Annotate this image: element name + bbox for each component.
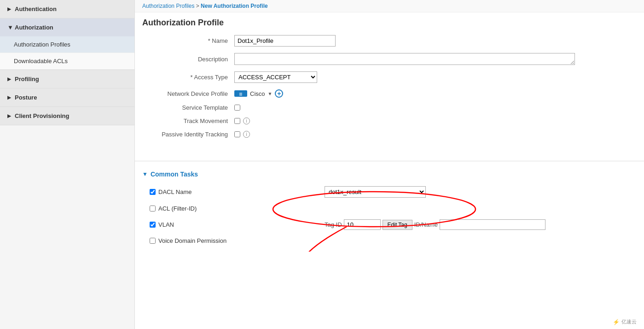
network-device-dropdown-arrow[interactable]: ▼ <box>268 91 273 96</box>
client-provisioning-label: Client Provisioning <box>15 112 69 119</box>
name-input[interactable] <box>234 35 336 47</box>
sidebar-item-authentication[interactable]: ▶ Authentication <box>0 0 134 18</box>
common-tasks-title: Common Tasks <box>151 170 198 178</box>
authorization-profiles-label: Authorization Profiles <box>14 41 70 48</box>
brand-icon: ⚡ <box>613 319 620 325</box>
access-type-label: * Access Type <box>142 74 234 81</box>
client-provisioning-arrow: ▶ <box>7 113 11 118</box>
name-label: * Name <box>142 37 234 44</box>
track-movement-label: Track Movement <box>142 118 234 124</box>
voice-domain-label-area: Voice Domain Permission <box>150 237 232 244</box>
vlan-checkbox[interactable] <box>150 222 156 228</box>
passive-identity-checkbox-row: i <box>234 131 250 138</box>
vlan-label: VLAN <box>158 221 174 228</box>
service-template-checkbox[interactable] <box>234 105 240 111</box>
main-content-wrapper: Authorization Profiles > New Authorizati… <box>135 0 644 329</box>
dacl-control: dot1x_result <box>325 186 426 198</box>
form-row-passive-identity: Passive Identity Tracking i <box>142 131 637 138</box>
posture-label: Posture <box>15 94 37 101</box>
dacl-label-area: DACL Name <box>150 188 232 195</box>
common-tasks-arrow[interactable]: ▼ <box>142 171 148 177</box>
authentication-arrow: ▶ <box>7 6 11 12</box>
voice-domain-label: Voice Domain Permission <box>158 237 226 244</box>
breadcrumb: Authorization Profiles > New Authorizati… <box>135 0 644 12</box>
vlan-control: Tag ID Edit Tag ID/Name <box>325 219 545 230</box>
acl-label: ACL (Filter-ID) <box>158 205 197 212</box>
sidebar-item-posture[interactable]: ▶ Posture <box>0 88 134 106</box>
access-type-select[interactable]: ACCESS_ACCEPT ACCESS_REJECT <box>234 71 317 83</box>
idname-label: ID/Name <box>414 221 438 228</box>
track-movement-info-icon[interactable]: i <box>243 118 250 124</box>
sidebar-item-authorization[interactable]: ▼ Authorization <box>0 18 134 36</box>
sidebar-section-client-provisioning: ▶ Client Provisioning <box>0 107 134 125</box>
form-area: * Name Description * Access Type ACCESS_… <box>135 35 644 152</box>
sidebar-section-profiling: ▶ Profiling <box>0 70 134 88</box>
form-row-track-movement: Track Movement i <box>142 118 637 124</box>
form-row-network-device: Network Device Profile ||| Cisco ▼ + <box>142 89 637 98</box>
sidebar-item-downloadable-acls[interactable]: Downloadable ACLs <box>0 53 134 70</box>
posture-arrow: ▶ <box>7 95 11 100</box>
vlan-label-area: VLAN <box>150 221 232 228</box>
sidebar-item-authorization-profiles[interactable]: Authorization Profiles <box>0 36 134 53</box>
passive-identity-info-icon[interactable]: i <box>243 131 250 138</box>
form-row-description: Description <box>142 53 637 65</box>
description-label: Description <box>142 56 234 63</box>
passive-identity-label: Passive Identity Tracking <box>142 131 234 138</box>
sidebar-section-posture: ▶ Posture <box>0 88 134 107</box>
sidebar-section-authentication: ▶ Authentication <box>0 0 134 18</box>
sidebar-item-client-provisioning[interactable]: ▶ Client Provisioning <box>0 107 134 125</box>
breadcrumb-link[interactable]: Authorization Profiles <box>142 3 194 9</box>
tag-id-label: Tag ID <box>325 221 342 228</box>
voice-domain-checkbox[interactable] <box>150 238 156 244</box>
form-row-service-template: Service Template <box>142 104 637 111</box>
sidebar: ▶ Authentication ▼ Authorization Authori… <box>0 0 135 329</box>
idname-input[interactable] <box>440 219 545 230</box>
dacl-checkbox[interactable] <box>150 189 156 195</box>
profiling-arrow: ▶ <box>7 76 11 82</box>
acl-checkbox[interactable] <box>150 206 156 212</box>
footer-brand: ⚡ 亿速云 <box>613 318 637 325</box>
network-device-profile: ||| Cisco ▼ + <box>234 89 283 98</box>
form-row-access-type: * Access Type ACCESS_ACCEPT ACCESS_REJEC… <box>142 71 637 83</box>
main-content: Authorization Profiles > New Authorizati… <box>135 0 644 252</box>
brand-text: 亿速云 <box>621 318 637 325</box>
breadcrumb-current: New Authorization Profile <box>201 3 268 9</box>
authorization-label: ▼ Authorization <box>7 24 53 31</box>
tag-id-input[interactable] <box>344 219 381 230</box>
service-template-checkbox-row <box>234 105 240 111</box>
track-movement-checkbox-row: i <box>234 118 250 124</box>
sidebar-item-profiling[interactable]: ▶ Profiling <box>0 70 134 88</box>
edit-tag-button[interactable]: Edit Tag <box>383 220 412 230</box>
section-divider <box>135 161 644 161</box>
task-row-voice-domain: Voice Domain Permission <box>150 237 629 244</box>
passive-identity-checkbox[interactable] <box>234 131 240 137</box>
task-row-vlan: VLAN Tag ID Edit Tag ID/Name <box>150 219 629 230</box>
network-device-add-button[interactable]: + <box>275 89 283 98</box>
task-row-acl: ACL (Filter-ID) <box>150 205 629 212</box>
common-tasks-header: ▼ Common Tasks <box>135 170 644 178</box>
task-row-dacl: DACL Name dot1x_result <box>150 186 629 198</box>
track-movement-checkbox[interactable] <box>234 118 240 124</box>
tasks-area: DACL Name dot1x_result ACL (Filter-ID) <box>142 186 637 244</box>
acl-label-area: ACL (Filter-ID) <box>150 205 232 212</box>
service-template-label: Service Template <box>142 104 234 111</box>
profiling-label: Profiling <box>15 76 39 82</box>
cisco-icon: ||| <box>234 90 247 97</box>
dacl-select[interactable]: dot1x_result <box>325 186 426 198</box>
breadcrumb-separator: > <box>196 3 201 9</box>
page-title: Authorization Profile <box>135 12 644 35</box>
network-device-label: Network Device Profile <box>142 90 234 97</box>
downloadable-acls-label: Downloadable ACLs <box>14 58 68 65</box>
cisco-text: Cisco <box>250 90 265 97</box>
authentication-label: Authentication <box>15 6 57 12</box>
form-row-name: * Name <box>142 35 637 47</box>
sidebar-section-authorization: ▼ Authorization Authorization Profiles D… <box>0 18 134 70</box>
dacl-label: DACL Name <box>158 188 191 195</box>
description-input[interactable] <box>234 53 575 65</box>
